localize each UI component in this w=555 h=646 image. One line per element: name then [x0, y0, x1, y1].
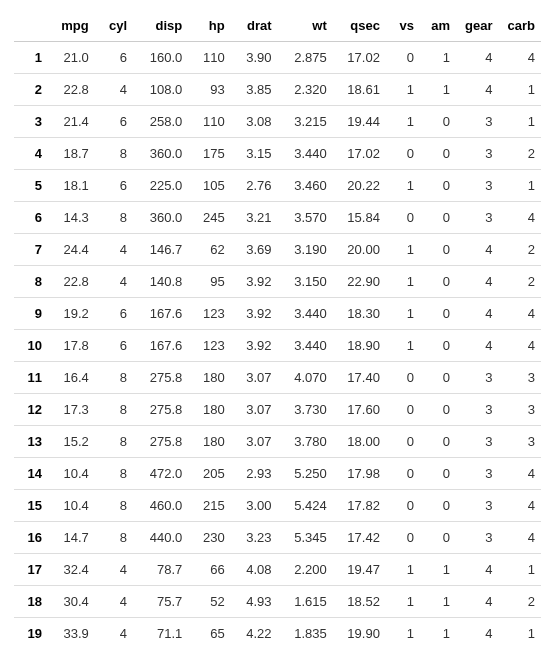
- row-index: 4: [14, 138, 48, 170]
- cell-hp: 205: [188, 458, 231, 490]
- col-header-wt: wt: [278, 10, 333, 42]
- cell-qsec: 18.61: [333, 74, 386, 106]
- cell-cyl: 4: [95, 618, 133, 647]
- cell-carb: 2: [499, 234, 542, 266]
- cell-cyl: 8: [95, 458, 133, 490]
- cell-qsec: 20.22: [333, 170, 386, 202]
- cell-am: 0: [420, 458, 456, 490]
- cell-disp: 472.0: [133, 458, 188, 490]
- cell-cyl: 4: [95, 554, 133, 586]
- cell-drat: 4.93: [231, 586, 278, 618]
- cell-mpg: 21.4: [48, 106, 95, 138]
- cell-drat: 3.90: [231, 42, 278, 74]
- cell-hp: 93: [188, 74, 231, 106]
- cell-am: 0: [420, 426, 456, 458]
- cell-am: 0: [420, 170, 456, 202]
- table-row: 1116.48275.81803.074.07017.400033: [14, 362, 541, 394]
- cell-mpg: 14.7: [48, 522, 95, 554]
- cell-hp: 175: [188, 138, 231, 170]
- cell-carb: 1: [499, 106, 542, 138]
- cell-drat: 3.07: [231, 394, 278, 426]
- cell-carb: 4: [499, 522, 542, 554]
- cell-vs: 0: [386, 426, 420, 458]
- cell-cyl: 4: [95, 586, 133, 618]
- cell-cyl: 8: [95, 522, 133, 554]
- cell-gear: 3: [456, 202, 499, 234]
- cell-vs: 0: [386, 458, 420, 490]
- cell-am: 0: [420, 298, 456, 330]
- row-index: 11: [14, 362, 48, 394]
- cell-wt: 3.190: [278, 234, 333, 266]
- cell-gear: 3: [456, 170, 499, 202]
- table-row: 1315.28275.81803.073.78018.000033: [14, 426, 541, 458]
- cell-hp: 65: [188, 618, 231, 647]
- cell-carb: 2: [499, 266, 542, 298]
- cell-disp: 146.7: [133, 234, 188, 266]
- cell-hp: 110: [188, 42, 231, 74]
- cell-vs: 0: [386, 202, 420, 234]
- cell-qsec: 18.52: [333, 586, 386, 618]
- cell-am: 0: [420, 234, 456, 266]
- cell-mpg: 21.0: [48, 42, 95, 74]
- cell-qsec: 17.02: [333, 42, 386, 74]
- cell-drat: 2.76: [231, 170, 278, 202]
- cell-carb: 3: [499, 362, 542, 394]
- cell-mpg: 17.8: [48, 330, 95, 362]
- cell-am: 0: [420, 138, 456, 170]
- cell-cyl: 8: [95, 138, 133, 170]
- cell-gear: 4: [456, 618, 499, 647]
- cell-drat: 3.15: [231, 138, 278, 170]
- cell-vs: 1: [386, 170, 420, 202]
- cell-mpg: 16.4: [48, 362, 95, 394]
- table-row: 1217.38275.81803.073.73017.600033: [14, 394, 541, 426]
- cell-cyl: 4: [95, 234, 133, 266]
- cell-wt: 5.345: [278, 522, 333, 554]
- cell-qsec: 17.98: [333, 458, 386, 490]
- cell-am: 1: [420, 586, 456, 618]
- row-index: 9: [14, 298, 48, 330]
- cell-am: 0: [420, 106, 456, 138]
- cell-hp: 123: [188, 298, 231, 330]
- cell-mpg: 33.9: [48, 618, 95, 647]
- cell-mpg: 24.4: [48, 234, 95, 266]
- cell-vs: 1: [386, 554, 420, 586]
- cell-drat: 4.08: [231, 554, 278, 586]
- cell-carb: 1: [499, 554, 542, 586]
- cell-qsec: 20.00: [333, 234, 386, 266]
- cell-cyl: 8: [95, 362, 133, 394]
- cell-carb: 4: [499, 298, 542, 330]
- cell-vs: 0: [386, 522, 420, 554]
- cell-vs: 0: [386, 138, 420, 170]
- cell-gear: 4: [456, 330, 499, 362]
- table-row: 321.46258.01103.083.21519.441031: [14, 106, 541, 138]
- cell-wt: 3.780: [278, 426, 333, 458]
- cell-vs: 1: [386, 618, 420, 647]
- col-header-gear: gear: [456, 10, 499, 42]
- cell-gear: 3: [456, 490, 499, 522]
- row-index: 10: [14, 330, 48, 362]
- cell-disp: 360.0: [133, 138, 188, 170]
- cell-cyl: 4: [95, 266, 133, 298]
- col-header-carb: carb: [499, 10, 542, 42]
- cell-mpg: 18.7: [48, 138, 95, 170]
- cell-hp: 245: [188, 202, 231, 234]
- row-index: 3: [14, 106, 48, 138]
- cell-am: 0: [420, 330, 456, 362]
- cell-drat: 3.21: [231, 202, 278, 234]
- cell-qsec: 15.84: [333, 202, 386, 234]
- cell-hp: 52: [188, 586, 231, 618]
- cell-qsec: 17.40: [333, 362, 386, 394]
- cell-wt: 2.200: [278, 554, 333, 586]
- cell-disp: 360.0: [133, 202, 188, 234]
- cell-mpg: 15.2: [48, 426, 95, 458]
- cell-vs: 1: [386, 586, 420, 618]
- col-header-qsec: qsec: [333, 10, 386, 42]
- table-row: 1017.86167.61233.923.44018.901044: [14, 330, 541, 362]
- cell-drat: 3.69: [231, 234, 278, 266]
- cell-gear: 3: [456, 362, 499, 394]
- cell-qsec: 19.44: [333, 106, 386, 138]
- cell-mpg: 22.8: [48, 74, 95, 106]
- cell-carb: 3: [499, 426, 542, 458]
- cell-disp: 167.6: [133, 298, 188, 330]
- cell-disp: 275.8: [133, 394, 188, 426]
